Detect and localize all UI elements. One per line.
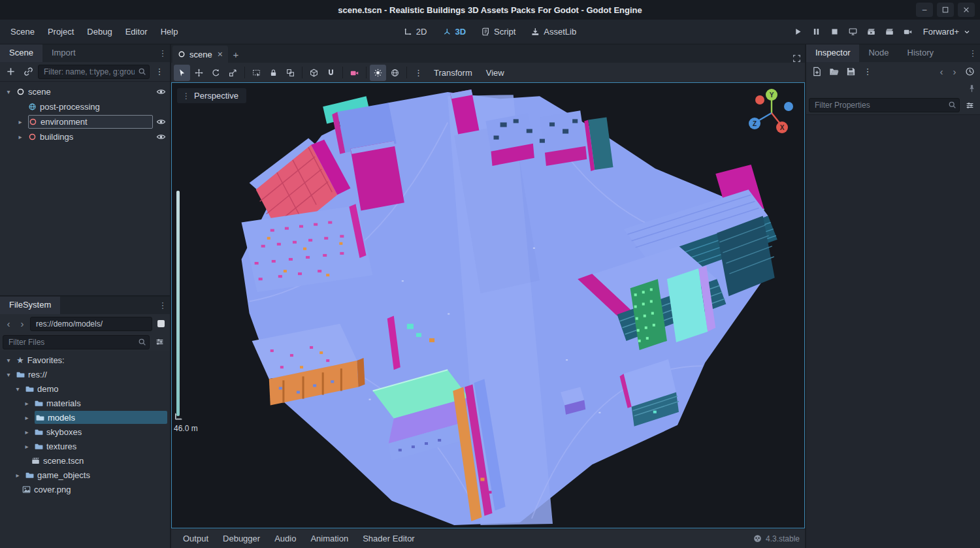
transform-menu[interactable]: Transform xyxy=(427,65,479,80)
tab-scene-dock[interactable]: Scene xyxy=(0,44,42,62)
file-filter-input[interactable] xyxy=(3,335,150,349)
fs-row-scene-tscn[interactable]: scene.tscn xyxy=(0,453,170,468)
dock-menu-icon[interactable]: ⋮ xyxy=(966,44,980,62)
expand-arrow-icon[interactable]: ▸ xyxy=(22,414,31,421)
visibility-toggle-icon[interactable] xyxy=(156,132,166,142)
current-path-input[interactable] xyxy=(30,317,152,331)
nav-forward-icon[interactable]: › xyxy=(16,317,28,331)
distraction-free-icon[interactable] xyxy=(792,54,805,63)
load-resource-icon[interactable] xyxy=(826,63,841,79)
snap-cube-icon[interactable] xyxy=(306,65,322,81)
axis-gizmo[interactable]: Y Z X xyxy=(744,86,799,140)
resource-menu-icon[interactable]: ⋮ xyxy=(860,63,875,79)
filter-options-icon[interactable] xyxy=(962,97,977,113)
select-tool-icon[interactable] xyxy=(174,65,190,81)
property-filter-input[interactable] xyxy=(809,98,960,112)
new-resource-icon[interactable] xyxy=(809,63,825,79)
switch-assetlib[interactable]: AssetLib xyxy=(525,24,583,39)
fs-row-favorites[interactable]: ▾ ★ Favorites: xyxy=(0,353,170,367)
collapse-arrow-icon[interactable]: ▾ xyxy=(4,88,13,95)
add-node-button[interactable] xyxy=(3,64,18,80)
dock-menu-icon[interactable]: ⋮ xyxy=(155,297,170,314)
play-scene-button[interactable] xyxy=(863,24,880,40)
fs-row-game-objects[interactable]: ▸ game_objects xyxy=(0,468,170,482)
bottom-tab-shader-editor[interactable]: Shader Editor xyxy=(356,531,421,546)
maximize-button[interactable] xyxy=(937,3,954,17)
preview-environment-icon[interactable] xyxy=(387,65,403,81)
switch-3d[interactable]: 3D xyxy=(436,24,472,39)
rotate-tool-icon[interactable] xyxy=(208,65,224,81)
group-icon[interactable] xyxy=(282,65,299,81)
tab-node[interactable]: Node xyxy=(859,44,898,62)
tab-scene[interactable]: scene × xyxy=(172,46,228,63)
lock-icon[interactable] xyxy=(265,65,282,81)
tree-row-environment[interactable]: ▸ environment xyxy=(0,114,170,129)
fs-row-res[interactable]: ▾ res:// xyxy=(0,367,170,381)
object-history-icon[interactable] xyxy=(962,63,977,79)
tree-row-post-processing[interactable]: post-processing xyxy=(0,99,170,114)
save-resource-icon[interactable] xyxy=(843,63,858,79)
bottom-tab-debugger[interactable]: Debugger xyxy=(216,531,267,546)
collapse-arrow-icon[interactable]: ▾ xyxy=(4,357,13,364)
fs-row-textures[interactable]: ▸ textures xyxy=(0,439,170,453)
visibility-toggle-icon[interactable] xyxy=(156,117,166,127)
collapse-arrow-icon[interactable]: ▾ xyxy=(4,371,13,378)
menu-project[interactable]: Project xyxy=(41,24,80,40)
move-tool-icon[interactable] xyxy=(191,65,207,81)
remote-debug-icon[interactable] xyxy=(845,24,862,40)
menu-scene[interactable]: Scene xyxy=(4,24,41,40)
tab-import[interactable]: Import xyxy=(42,44,85,62)
fs-row-skyboxes[interactable]: ▸ skyboxes xyxy=(0,425,170,439)
minimize-button[interactable]: – xyxy=(916,3,933,17)
perspective-menu[interactable]: ⋮ Perspective xyxy=(177,88,246,103)
tab-filesystem[interactable]: FileSystem xyxy=(0,297,60,314)
fs-row-materials[interactable]: ▸ materials xyxy=(0,396,170,410)
preview-sun-icon[interactable] xyxy=(370,65,386,81)
switch-2d[interactable]: 2D xyxy=(397,24,434,39)
stop-button[interactable] xyxy=(826,24,843,40)
snap-magnet-icon[interactable] xyxy=(323,65,339,81)
nav-back-icon[interactable]: ‹ xyxy=(3,317,14,331)
expand-arrow-icon[interactable]: ▸ xyxy=(22,443,31,450)
list-select-tool-icon[interactable] xyxy=(248,65,265,81)
tab-close-icon[interactable]: × xyxy=(218,49,223,59)
view-menu[interactable]: View xyxy=(480,65,511,80)
scene-filter-input[interactable] xyxy=(38,65,150,79)
tab-inspector[interactable]: Inspector xyxy=(806,44,859,62)
file-sort-icon[interactable] xyxy=(152,334,167,350)
camera-preview-icon[interactable] xyxy=(346,65,363,81)
dock-menu-icon[interactable]: ⋮ xyxy=(155,44,170,62)
collapse-arrow-icon[interactable]: ▾ xyxy=(13,385,22,393)
history-forward-icon[interactable]: › xyxy=(949,64,960,78)
bottom-tab-audio[interactable]: Audio xyxy=(268,531,302,546)
tab-history[interactable]: History xyxy=(898,44,943,62)
viewport-3d-scene[interactable] xyxy=(172,83,804,528)
expand-arrow-icon[interactable]: ▸ xyxy=(22,400,31,407)
instance-scene-button[interactable] xyxy=(20,64,36,80)
expand-arrow-icon[interactable]: ▸ xyxy=(16,133,25,140)
expand-arrow-icon[interactable]: ▸ xyxy=(13,472,22,479)
play-custom-scene-button[interactable] xyxy=(881,24,898,40)
menu-debug[interactable]: Debug xyxy=(80,24,118,40)
fs-row-cover-png[interactable]: cover.png xyxy=(0,482,170,496)
scale-tool-icon[interactable] xyxy=(225,65,241,81)
switch-script[interactable]: Script xyxy=(475,24,522,39)
expand-arrow-icon[interactable]: ▸ xyxy=(16,118,25,125)
visibility-toggle-icon[interactable] xyxy=(156,87,166,97)
renderer-select[interactable]: Forward+ xyxy=(918,25,976,39)
bottom-tab-animation[interactable]: Animation xyxy=(304,531,355,546)
fs-row-models[interactable]: ▸ models xyxy=(0,410,170,425)
fs-row-demo[interactable]: ▾ demo xyxy=(0,381,170,396)
bottom-tab-output[interactable]: Output xyxy=(176,531,215,546)
expand-arrow-icon[interactable]: ▸ xyxy=(22,428,31,436)
toggle-split-mode-button[interactable] xyxy=(154,317,167,330)
play-button[interactable] xyxy=(790,24,807,40)
new-tab-button[interactable]: + xyxy=(228,46,244,63)
pause-button[interactable] xyxy=(808,24,825,40)
tree-row-scene[interactable]: ▾ scene xyxy=(0,84,170,99)
history-back-icon[interactable]: ‹ xyxy=(936,64,947,78)
scene-tree-menu-icon[interactable]: ⋮ xyxy=(152,64,167,80)
viewport-extra-menu-icon[interactable]: ⋮ xyxy=(410,65,427,81)
tree-row-buildings[interactable]: ▸ buildings xyxy=(0,129,170,144)
movie-mode-button[interactable] xyxy=(900,24,917,40)
